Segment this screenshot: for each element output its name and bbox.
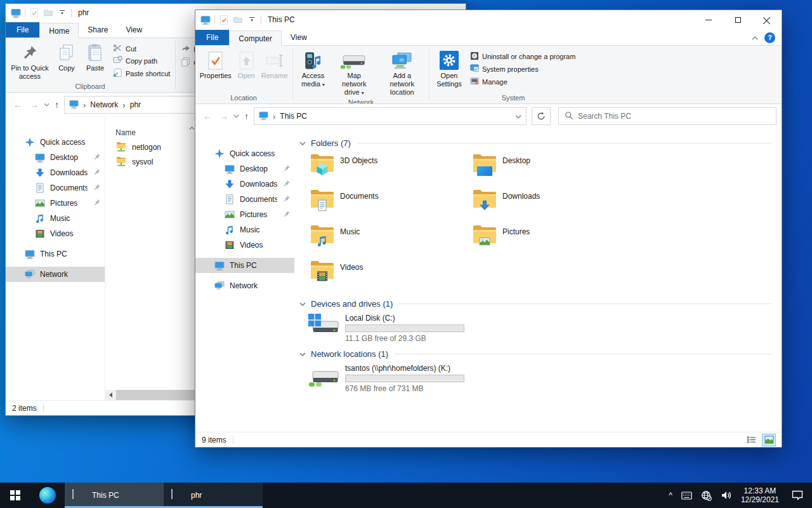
minimize-button[interactable] xyxy=(694,10,723,29)
sidebar-item-pictures[interactable]: Pictures xyxy=(195,207,294,222)
qat-properties-icon[interactable] xyxy=(29,8,39,18)
sidebar-item-network[interactable]: Network xyxy=(195,278,294,293)
start-button[interactable] xyxy=(0,483,30,508)
taskbar-button-this-pc[interactable]: This PC xyxy=(65,483,164,508)
forward-icon[interactable]: → xyxy=(217,111,231,121)
breadcrumb-this-pc[interactable]: This PC xyxy=(280,112,307,121)
search-input[interactable] xyxy=(578,112,770,121)
qat-new-folder-icon[interactable] xyxy=(43,8,53,18)
sidebar-item-documents[interactable]: Documents xyxy=(6,180,105,196)
large-icons-view-button[interactable] xyxy=(763,434,775,446)
sidebar-item-music[interactable]: Music xyxy=(195,222,294,237)
sidebar-item-downloads[interactable]: Downloads xyxy=(195,177,294,192)
back-icon[interactable]: ← xyxy=(11,100,25,110)
help-icon[interactable]: ? xyxy=(764,32,775,43)
system-properties-button[interactable]: System properties xyxy=(467,63,579,76)
tab-file[interactable]: File xyxy=(195,30,229,45)
edge-taskbar-button[interactable] xyxy=(30,483,65,508)
scroll-left-icon[interactable] xyxy=(105,390,116,400)
scissors-icon xyxy=(113,44,122,53)
drive-tile-network-share[interactable]: tsantos (\\phr\homefolders) (K:) 676 MB … xyxy=(310,364,771,393)
folder-tile-desktop[interactable]: Desktop xyxy=(472,153,634,189)
tab-computer[interactable]: Computer xyxy=(229,30,282,46)
titlebar-separator xyxy=(71,8,72,17)
details-view-button[interactable] xyxy=(745,434,757,446)
breadcrumb-phr[interactable]: phr xyxy=(130,100,141,109)
up-icon[interactable]: ↑ xyxy=(52,100,62,110)
paste-shortcut-icon xyxy=(113,68,122,79)
breadcrumb-network[interactable]: Network xyxy=(90,100,118,109)
properties-button[interactable]: Properties xyxy=(197,48,235,93)
back-icon[interactable]: ← xyxy=(200,111,214,121)
pictures-icon xyxy=(225,210,235,220)
sidebar-item-network[interactable]: Network xyxy=(6,267,105,282)
history-chevron-icon[interactable] xyxy=(233,114,239,118)
qat-properties-icon[interactable] xyxy=(219,15,229,25)
network-no-internet-icon[interactable] xyxy=(701,490,712,501)
manage-button[interactable]: Manage xyxy=(467,76,579,88)
map-network-drive-button[interactable]: Map network drive ▾ xyxy=(331,48,377,97)
sidebar-item-music[interactable]: Music xyxy=(6,211,105,226)
sidebar-item-desktop[interactable]: Desktop xyxy=(6,150,105,165)
tab-view[interactable]: View xyxy=(282,30,316,45)
tab-share[interactable]: Share xyxy=(79,22,117,37)
tab-view[interactable]: View xyxy=(117,22,151,37)
sidebar-item-this-pc[interactable]: This PC xyxy=(195,258,294,273)
volume-icon[interactable] xyxy=(721,491,732,500)
touch-keyboard-icon[interactable] xyxy=(681,491,692,500)
collapse-ribbon-icon[interactable] xyxy=(752,33,758,42)
qat-customize-icon[interactable]: ▾ xyxy=(57,8,67,18)
drive-tile-local-disk[interactable]: Local Disk (C:) 11.1 GB free of 29.3 GB xyxy=(310,314,771,343)
rename-button[interactable]: Rename xyxy=(258,48,291,93)
maximize-button[interactable] xyxy=(723,10,752,29)
sidebar-item-videos[interactable]: Videos xyxy=(195,237,294,253)
copy-button[interactable]: Copy xyxy=(53,40,81,81)
paste-shortcut-button[interactable]: Paste shortcut xyxy=(110,67,173,80)
pin-to-quick-access-button[interactable]: Pin to Quick access xyxy=(7,40,53,81)
sidebar-item-pictures[interactable]: Pictures xyxy=(6,196,105,211)
address-bar[interactable]: › This PC xyxy=(254,107,527,125)
paste-button[interactable]: Paste xyxy=(81,40,110,81)
qat-new-folder-icon[interactable] xyxy=(233,15,243,25)
uninstall-button[interactable]: Uninstall or change a program xyxy=(467,50,579,63)
copy-path-button[interactable]: Copy path xyxy=(110,55,173,67)
taskbar-clock[interactable]: 12:33 AM 12/29/2021 xyxy=(741,486,779,504)
up-icon[interactable]: ↑ xyxy=(242,111,251,121)
tab-home[interactable]: Home xyxy=(39,23,79,38)
folder-tile-downloads[interactable]: Downloads xyxy=(472,189,634,224)
sidebar-item-this-pc[interactable]: This PC xyxy=(6,246,105,262)
section-header-devices[interactable]: Devices and drives (1) xyxy=(299,299,771,309)
open-settings-button[interactable]: Open Settings xyxy=(431,48,467,93)
access-media-button[interactable]: Access media ▾ xyxy=(295,48,331,97)
qat-customize-icon[interactable]: ▾ xyxy=(247,15,257,25)
sidebar-item-documents[interactable]: Documents xyxy=(195,192,294,207)
tab-file[interactable]: File xyxy=(6,22,39,37)
cut-button[interactable]: Cut xyxy=(110,43,173,55)
refresh-button[interactable] xyxy=(532,107,551,125)
settings-gear-icon xyxy=(440,50,459,70)
folder-tile-pictures[interactable]: Pictures xyxy=(472,224,634,260)
add-network-location-button[interactable]: Add a network location xyxy=(377,48,427,97)
action-center-icon[interactable] xyxy=(792,490,803,500)
sidebar-item-quick-access[interactable]: Quick access xyxy=(195,146,294,161)
address-dropdown-icon[interactable] xyxy=(515,112,521,121)
folder-tile-3d-objects[interactable]: 3D Objects xyxy=(310,153,472,189)
section-header-folders[interactable]: Folders (7) xyxy=(299,138,771,148)
sidebar-item-downloads[interactable]: Downloads xyxy=(6,165,105,180)
sidebar-item-quick-access[interactable]: Quick access xyxy=(6,135,105,150)
section-header-network-locations[interactable]: Network locations (1) xyxy=(299,349,771,359)
folder-tile-videos[interactable]: Videos xyxy=(310,260,472,295)
close-button[interactable] xyxy=(752,10,782,29)
folder-tile-music[interactable]: Music xyxy=(310,224,472,260)
history-chevron-icon[interactable] xyxy=(44,103,49,107)
forward-icon[interactable]: → xyxy=(27,100,41,110)
location-icon xyxy=(69,99,79,110)
taskbar-button-phr[interactable]: phr xyxy=(164,483,263,508)
3d-objects-folder-icon xyxy=(310,153,335,176)
drive-name: tsantos (\\phr\homefolders) (K:) xyxy=(345,364,464,373)
folder-tile-documents[interactable]: Documents xyxy=(310,189,472,224)
hidden-icons-chevron-icon[interactable]: ^ xyxy=(669,491,672,500)
open-button[interactable]: Open xyxy=(235,48,258,93)
sidebar-item-desktop[interactable]: Desktop xyxy=(195,161,294,177)
sidebar-item-videos[interactable]: Videos xyxy=(6,226,105,241)
